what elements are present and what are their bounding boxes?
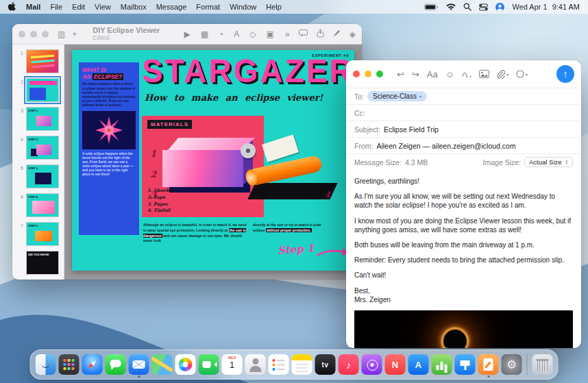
- dock-item-trash[interactable]: [532, 354, 553, 375]
- menu-edit[interactable]: Edit: [72, 3, 85, 11]
- document-canvas: EXPERIMENT #9 STARGAZER How to make an e…: [64, 45, 362, 280]
- photo-browser-icon[interactable]: [479, 70, 489, 78]
- dock-item-news[interactable]: [385, 354, 406, 375]
- pages-window-controls: [19, 31, 49, 38]
- format-brush-icon[interactable]: [333, 29, 341, 39]
- sidebar-toggle-icon[interactable]: ▥: [58, 29, 65, 39]
- search-icon[interactable]: [463, 3, 471, 11]
- menu-mail[interactable]: Mail: [26, 3, 40, 11]
- eclipse-photo-attachment[interactable]: [354, 310, 573, 348]
- dock-item-keynote[interactable]: [455, 354, 476, 375]
- page-thumbnail-5[interactable]: STEP 3:: [26, 164, 59, 188]
- dock-item-notes[interactable]: [292, 354, 313, 375]
- mail-compose-window: ↩ ↪ Aa ☺ ▾ ▾ ↑: [346, 60, 581, 348]
- dock-item-mail[interactable]: [129, 354, 149, 375]
- dock-item-system-settings[interactable]: [502, 354, 522, 375]
- markup-icon[interactable]: [462, 71, 471, 77]
- to-recipient-token[interactable]: Science-Class ▾: [367, 91, 427, 101]
- cc-field[interactable]: Cc:: [346, 104, 581, 121]
- minimize-button[interactable]: [30, 31, 37, 38]
- minimize-button[interactable]: [365, 71, 371, 77]
- thumbnail-label: DID YOU KNOW: [28, 253, 49, 256]
- attach-file-button[interactable]: ▾: [497, 70, 509, 79]
- dock-item-music[interactable]: [339, 354, 359, 375]
- wifi-icon[interactable]: [446, 3, 456, 11]
- chevron-down-icon: ▾: [506, 72, 509, 77]
- dock-item-podcasts[interactable]: [362, 354, 382, 375]
- page-thumbnail-4[interactable]: STEP 2:: [26, 136, 59, 160]
- dock-item-launchpad[interactable]: [59, 354, 79, 375]
- more-tools-icon[interactable]: »: [285, 29, 290, 39]
- menu-format[interactable]: Format: [196, 3, 220, 11]
- battery-icon[interactable]: [424, 3, 439, 11]
- image-size-select[interactable]: Actual Size ▲▼: [524, 157, 573, 167]
- page-thumbnail-2-selected[interactable]: [26, 78, 59, 102]
- to-field[interactable]: To: Science-Class ▾: [346, 88, 581, 104]
- table-icon[interactable]: ▦: [201, 29, 208, 39]
- zoom-button[interactable]: [42, 31, 49, 38]
- body-paragraph: Greetings, earthlings!: [354, 177, 573, 186]
- thumbnail-label: STEP 1:: [28, 109, 38, 112]
- page-thumbnail-6[interactable]: STEP 4:: [26, 193, 59, 217]
- chart-icon[interactable]: ◔: [219, 29, 223, 39]
- menu-mailbox[interactable]: Mailbox: [121, 3, 147, 11]
- apple-menu-icon[interactable]: [8, 1, 16, 12]
- close-button[interactable]: [19, 31, 25, 38]
- dock-item-pages[interactable]: [478, 354, 499, 375]
- notes-icon: [292, 354, 313, 375]
- send-button[interactable]: ↑: [556, 65, 574, 83]
- safety-text-right: directly at the sun or try to watch a so…: [253, 223, 324, 234]
- menu-file[interactable]: File: [50, 3, 62, 11]
- menu-bar: Mail File Edit View Mailbox Message Form…: [0, 0, 588, 14]
- page-thumbnail-7[interactable]: STEP 5:: [26, 222, 59, 246]
- menu-bar-clock[interactable]: Wed Apr 1 9:41 AM: [512, 3, 580, 11]
- page-thumbnail-3[interactable]: STEP 1:: [26, 107, 59, 131]
- trash-icon: [532, 354, 553, 375]
- redo-icon[interactable]: ↪: [412, 69, 419, 79]
- dock-item-maps[interactable]: [152, 354, 173, 375]
- dock-item-app-store[interactable]: [408, 354, 429, 375]
- dock-item-calendar[interactable]: WED 1: [222, 354, 243, 375]
- menu-message[interactable]: Message: [156, 3, 187, 11]
- subject-field[interactable]: Subject: Eclipse Field Trip: [346, 121, 581, 137]
- comment-icon[interactable]: [299, 29, 308, 39]
- dock-item-safari[interactable]: [82, 354, 103, 375]
- dock-item-reminders[interactable]: [269, 354, 289, 375]
- dock-item-tv[interactable]: [315, 354, 336, 375]
- thumbnail-row: 7 STEP 5:: [16, 222, 64, 246]
- mail-titlebar: ↩ ↪ Aa ☺ ▾ ▾ ↑: [346, 60, 581, 88]
- text-icon[interactable]: A: [234, 29, 239, 39]
- add-page-icon[interactable]: +: [72, 29, 77, 39]
- media-icon[interactable]: ▣: [266, 29, 273, 39]
- close-button[interactable]: [353, 71, 360, 77]
- emoji-icon[interactable]: ☺: [445, 69, 454, 79]
- zoom-button[interactable]: [376, 71, 383, 77]
- message-body[interactable]: Greetings, earthlings! As I'm sure you a…: [346, 170, 581, 304]
- page-thumbnail-8[interactable]: DID YOU KNOW: [26, 251, 59, 275]
- menu-help[interactable]: Help: [266, 3, 282, 11]
- body-paragraph: Reminder: Every student needs to bring t…: [354, 256, 573, 264]
- dock-item-messages[interactable]: [106, 354, 126, 375]
- undo-icon[interactable]: ↩: [397, 69, 404, 79]
- menu-window[interactable]: Window: [230, 3, 256, 11]
- step-1-label: Step 1: [277, 242, 315, 257]
- from-field[interactable]: From: Aileen Zeigen — aileen.zeigen@iclo…: [346, 137, 581, 153]
- dock-item-photos[interactable]: [175, 354, 196, 375]
- stargazer-poster-page[interactable]: EXPERIMENT #9 STARGAZER How to make an e…: [72, 50, 354, 271]
- share-icon[interactable]: [317, 29, 324, 40]
- format-text-button[interactable]: Aa: [427, 69, 438, 79]
- insert-link-button[interactable]: ▾: [516, 70, 528, 78]
- materials-label: MATERIALS: [147, 120, 192, 129]
- dock-item-numbers[interactable]: [432, 354, 452, 375]
- page-thumbnail-1[interactable]: [26, 49, 59, 73]
- control-center-icon[interactable]: [479, 3, 488, 11]
- menu-view[interactable]: View: [95, 3, 111, 11]
- play-icon[interactable]: ▶: [184, 29, 190, 39]
- dock-item-finder[interactable]: [36, 354, 56, 375]
- dock-item-facetime[interactable]: [199, 354, 219, 375]
- user-account-icon[interactable]: [495, 3, 504, 12]
- cc-label: Cc:: [354, 109, 365, 117]
- shape-icon[interactable]: ◇: [249, 29, 256, 39]
- dock-item-contacts[interactable]: [245, 354, 266, 375]
- collaborate-icon[interactable]: ◈: [350, 29, 356, 39]
